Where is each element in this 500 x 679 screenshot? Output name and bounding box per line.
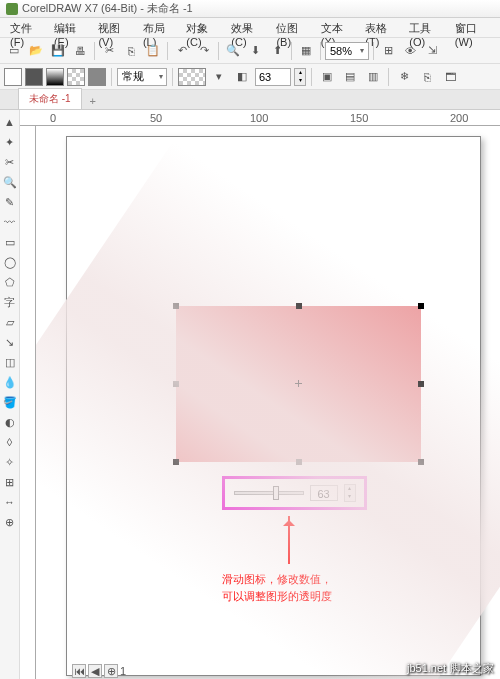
slider-thumb[interactable] xyxy=(273,486,279,500)
selected-rectangle[interactable] xyxy=(176,306,421,462)
no-transparency-icon[interactable] xyxy=(4,68,22,86)
table-tool-icon[interactable]: ⊞ xyxy=(1,472,19,492)
document-tab[interactable]: 未命名 -1 xyxy=(18,88,82,109)
parallel-tool-icon[interactable]: ▱ xyxy=(1,312,19,332)
document-tab-bar: 未命名 -1 + xyxy=(0,90,500,110)
copy-icon[interactable]: ⎘ xyxy=(121,41,141,61)
effects-tool-icon[interactable]: ◫ xyxy=(1,352,19,372)
handle-bottom-left[interactable] xyxy=(173,459,179,465)
text-tool-icon[interactable]: 字 xyxy=(1,292,19,312)
snap-icon[interactable]: ⊞ xyxy=(378,41,398,61)
freeze-icon[interactable]: ❄ xyxy=(394,67,414,87)
menu-view[interactable]: 视图(V) xyxy=(92,18,136,37)
apply-all-icon[interactable]: ▣ xyxy=(317,67,337,87)
zoom-level-combo[interactable]: 58% xyxy=(325,42,369,60)
cut-icon[interactable]: ✂ xyxy=(99,41,119,61)
slider-value[interactable]: 63 xyxy=(310,485,338,501)
ellipse-tool-icon[interactable]: ◯ xyxy=(1,252,19,272)
options-icon[interactable]: 👁 xyxy=(400,41,420,61)
property-bar: 常规 ▾ ◧ ▴▾ ▣ ▤ ▥ ❄ ⎘ 🗔 xyxy=(0,64,500,90)
copy-props-icon[interactable]: ⎘ xyxy=(417,67,437,87)
uniform-transparency-icon[interactable] xyxy=(25,68,43,86)
menu-text[interactable]: 文本(X) xyxy=(315,18,359,37)
new-icon[interactable]: ▭ xyxy=(4,41,24,61)
separator xyxy=(311,68,312,86)
fill-tool-icon[interactable]: 🪣 xyxy=(1,392,19,412)
pattern-transparency-icon[interactable] xyxy=(67,68,85,86)
work-area: ▲ ✦ ✂ 🔍 ✎ 〰 ▭ ◯ ⬠ 字 ▱ ↘ ◫ 💧 🪣 ◐ ◊ ✧ ⊞ ↔ … xyxy=(0,110,500,679)
page-add-icon[interactable]: ⊕ xyxy=(104,664,118,678)
handle-mid-right[interactable] xyxy=(418,381,424,387)
pick-tool-icon[interactable]: ▲ xyxy=(1,112,19,132)
undo-icon[interactable]: ↶ xyxy=(172,41,192,61)
separator xyxy=(320,42,321,60)
picker-dropdown-icon[interactable]: ▾ xyxy=(209,67,229,87)
zoom-tool-icon[interactable]: 🔍 xyxy=(1,172,19,192)
transparency-picker-icon[interactable] xyxy=(178,68,206,86)
transparency-slider-popup: 63 ▴▾ xyxy=(222,476,367,510)
toolbox: ▲ ✦ ✂ 🔍 ✎ 〰 ▭ ◯ ⬠ 字 ▱ ↘ ◫ 💧 🪣 ◐ ◊ ✧ ⊞ ↔ … xyxy=(0,110,20,679)
handle-top-mid[interactable] xyxy=(296,303,302,309)
print-icon[interactable]: 🖶 xyxy=(70,41,90,61)
search-icon[interactable]: 🔍 xyxy=(223,41,243,61)
bitmap-transparency-icon[interactable] xyxy=(88,68,106,86)
outline-tool-icon[interactable]: ◊ xyxy=(1,432,19,452)
rectangle-tool-icon[interactable]: ▭ xyxy=(1,232,19,252)
transparency-spinner[interactable]: ▴▾ xyxy=(294,68,306,86)
smart-tool-icon[interactable]: ✧ xyxy=(1,452,19,472)
edit-icon[interactable]: 🗔 xyxy=(440,67,460,87)
eyedropper-tool-icon[interactable]: 💧 xyxy=(1,372,19,392)
handle-top-right[interactable] xyxy=(418,303,424,309)
menu-layout[interactable]: 布局(L) xyxy=(137,18,180,37)
canvas[interactable]: 63 ▴▾ 滑动图标，修改数值， 可以调整图形的透明度 ⏮ ◀ ⊕ 1 xyxy=(36,126,500,679)
handle-bottom-right[interactable] xyxy=(418,459,424,465)
separator xyxy=(291,42,292,60)
launch-icon[interactable]: ⇲ xyxy=(422,41,442,61)
apply-fill-icon[interactable]: ▤ xyxy=(340,67,360,87)
polygon-tool-icon[interactable]: ⬠ xyxy=(1,272,19,292)
menu-table[interactable]: 表格(T) xyxy=(359,18,403,37)
slider-spinner[interactable]: ▴▾ xyxy=(344,484,356,502)
title-bar: CorelDRAW X7 (64-Bit) - 未命名 -1 xyxy=(0,0,500,18)
fountain-transparency-icon[interactable] xyxy=(46,68,64,86)
more-tool-icon[interactable]: ⊕ xyxy=(1,512,19,532)
page-first-icon[interactable]: ⏮ xyxy=(72,664,86,678)
save-icon[interactable]: 💾 xyxy=(48,41,68,61)
menu-bar: 文件(F) 编辑(E) 视图(V) 布局(L) 对象(C) 效果(C) 位图(B… xyxy=(0,18,500,38)
menu-bitmap[interactable]: 位图(B) xyxy=(270,18,314,37)
open-icon[interactable]: 📂 xyxy=(26,41,46,61)
menu-effects[interactable]: 效果(C) xyxy=(225,18,270,37)
separator xyxy=(218,42,219,60)
freehand-tool-icon[interactable]: ✎ xyxy=(1,192,19,212)
export-icon[interactable]: ⬆ xyxy=(267,41,287,61)
dimension-tool-icon[interactable]: ↔ xyxy=(1,492,19,512)
menu-tools[interactable]: 工具(O) xyxy=(403,18,449,37)
menu-window[interactable]: 窗口(W) xyxy=(449,18,496,37)
standard-toolbar: ▭ 📂 💾 🖶 ✂ ⎘ 📋 ↶ ↷ 🔍 ⬇ ⬆ ▦ 58% ⊞ 👁 ⇲ xyxy=(0,38,500,64)
merge-mode-combo[interactable]: 常规 xyxy=(117,68,167,86)
redo-icon[interactable]: ↷ xyxy=(194,41,214,61)
page-prev-icon[interactable]: ◀ xyxy=(88,664,102,678)
handle-top-left[interactable] xyxy=(173,303,179,309)
handle-mid-left[interactable] xyxy=(173,381,179,387)
artistic-tool-icon[interactable]: 〰 xyxy=(1,212,19,232)
add-tab-icon[interactable]: + xyxy=(84,93,102,109)
menu-file[interactable]: 文件(F) xyxy=(4,18,48,37)
site-watermark: jb51.net 脚本之家 xyxy=(407,659,494,676)
transparency-slider[interactable] xyxy=(234,491,304,495)
import-icon[interactable]: ⬇ xyxy=(245,41,265,61)
transparency-value-input[interactable] xyxy=(255,68,291,86)
crop-tool-icon[interactable]: ✂ xyxy=(1,152,19,172)
menu-object[interactable]: 对象(C) xyxy=(180,18,225,37)
menu-edit[interactable]: 编辑(E) xyxy=(48,18,92,37)
paste-icon[interactable]: 📋 xyxy=(143,41,163,61)
handle-bottom-mid[interactable] xyxy=(296,459,302,465)
handle-center[interactable] xyxy=(295,380,302,387)
connector-tool-icon[interactable]: ↘ xyxy=(1,332,19,352)
transparency-tool-icon[interactable]: ◐ xyxy=(1,412,19,432)
separator xyxy=(94,42,95,60)
publish-icon[interactable]: ▦ xyxy=(296,41,316,61)
transparency-type-icon[interactable]: ◧ xyxy=(232,67,252,87)
apply-outline-icon[interactable]: ▥ xyxy=(363,67,383,87)
shape-tool-icon[interactable]: ✦ xyxy=(1,132,19,152)
